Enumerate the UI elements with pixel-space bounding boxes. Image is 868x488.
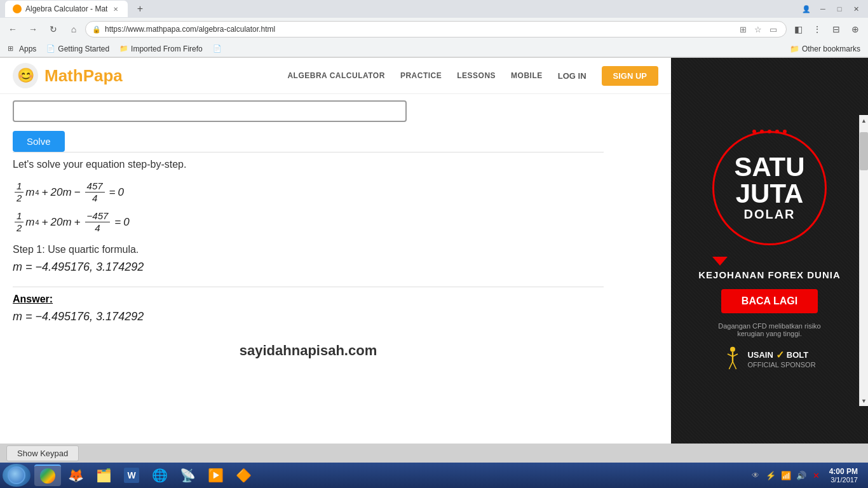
dot-4 bbox=[775, 130, 779, 133]
reader-mode-icon[interactable]: ⊞ bbox=[736, 23, 749, 36]
results-area: Let's solve your equation step-by-step. … bbox=[13, 152, 604, 365]
maximize-button[interactable]: □ bbox=[832, 2, 846, 16]
taskbar-chrome[interactable] bbox=[34, 464, 61, 486]
bolt-text: BOLT bbox=[787, 350, 808, 360]
ad-baca-button[interactable]: BACA LAGI bbox=[721, 289, 818, 313]
taskbar-word[interactable]: W bbox=[118, 464, 145, 486]
nav-mobile[interactable]: MOBILE bbox=[511, 71, 543, 80]
bookmark-apps[interactable]: ⊞ Apps bbox=[5, 43, 39, 55]
word-icon: W bbox=[124, 468, 139, 483]
taskbar-firefox[interactable]: 🦊 bbox=[62, 464, 89, 486]
nav-bar: ← → ↻ ⌂ 🔒 https://www.mathpapa.com/algeb… bbox=[0, 18, 868, 41]
show-keypad-button[interactable]: Show Keypad bbox=[6, 445, 79, 461]
input-row bbox=[13, 100, 604, 122]
bookmark-empty[interactable]: 📄 bbox=[210, 43, 224, 55]
close-button[interactable]: ✕ bbox=[849, 2, 863, 16]
taskbar-wireless[interactable]: 📡 bbox=[174, 464, 201, 486]
usain-text: USAIN bbox=[747, 350, 773, 360]
page-wrapper: 😊 MathPapa ALGEBRA CALCULATOR PRACTICE L… bbox=[0, 58, 868, 444]
forward-button[interactable]: → bbox=[24, 20, 42, 38]
taskbar-media[interactable]: ▶️ bbox=[202, 464, 229, 486]
main-area: 😊 MathPapa ALGEBRA CALCULATOR PRACTICE L… bbox=[0, 58, 671, 444]
firefox-icon: 🦊 bbox=[67, 466, 85, 484]
page-icon-2: 📄 bbox=[213, 44, 222, 53]
window-controls: 👤 ─ □ ✕ bbox=[799, 2, 863, 16]
nav-practice[interactable]: PRACTICE bbox=[400, 71, 442, 80]
bookmark-imported-label: Imported From Firefo bbox=[131, 44, 203, 53]
back-button[interactable]: ← bbox=[4, 20, 22, 38]
chrome-menu-btn[interactable]: ⋮ bbox=[808, 20, 826, 38]
calculator-area: Solve Let's solve your equation step-by-… bbox=[0, 94, 616, 372]
address-bar[interactable]: 🔒 https://www.mathpapa.com/algebra-calcu… bbox=[85, 21, 787, 37]
files-icon: 🗂️ bbox=[95, 466, 112, 484]
reload-button[interactable]: ↻ bbox=[44, 20, 62, 38]
bookmark-imported[interactable]: 📁 Imported From Firefo bbox=[117, 43, 205, 55]
home-button[interactable]: ⌂ bbox=[65, 20, 83, 38]
equals-sym-1: = bbox=[109, 186, 116, 199]
bookmark-getting-started[interactable]: 📄 Getting Started bbox=[44, 43, 112, 55]
bookmark-star-icon[interactable]: ☆ bbox=[752, 23, 764, 36]
scrollbar[interactable]: ▲ ▼ bbox=[859, 115, 868, 406]
dot-2 bbox=[760, 130, 764, 133]
bookmark-apps-label: Apps bbox=[19, 44, 36, 53]
ie-icon: 🌐 bbox=[151, 466, 168, 484]
zero-2: 0 bbox=[123, 216, 129, 229]
scroll-thumb[interactable] bbox=[860, 132, 868, 170]
chrome-icon bbox=[40, 468, 55, 484]
scroll-track[interactable] bbox=[860, 126, 868, 395]
taskbar-files[interactable]: 🗂️ bbox=[90, 464, 117, 486]
ad-circle: SATU JUTA DOLAR bbox=[712, 131, 827, 245]
frac-num-2: 1 bbox=[15, 210, 24, 222]
other-bookmarks[interactable]: 📁 Other bookmarks bbox=[787, 43, 863, 55]
plus-sym-3: + bbox=[74, 216, 81, 229]
url-text: https://www.mathpapa.com/algebra-calcula… bbox=[105, 25, 733, 34]
frac-half-1: 1 2 bbox=[15, 180, 24, 204]
scroll-down-arrow[interactable]: ▼ bbox=[860, 395, 869, 406]
ext-btn-4[interactable]: ⊕ bbox=[846, 20, 864, 38]
new-tab-button[interactable]: + bbox=[133, 2, 147, 16]
tray-icon-5[interactable]: ✕ bbox=[810, 469, 823, 482]
ad-sponsor-area: USAIN ✓ BOLT OFFICIAL SPONSOR bbox=[723, 346, 815, 372]
signup-button[interactable]: SIGN UP bbox=[602, 66, 658, 86]
address-icons: ⊞ ☆ ▭ bbox=[736, 23, 780, 36]
equation-input[interactable] bbox=[13, 100, 407, 122]
svg-point-0 bbox=[730, 346, 735, 351]
bookmarks-bar: ⊞ Apps 📄 Getting Started 📁 Imported From… bbox=[0, 41, 868, 57]
equation-line-2: 1 2 m4 + 20m + −457 4 = 0 bbox=[13, 210, 604, 234]
nav-lessons[interactable]: LESSONS bbox=[457, 71, 496, 80]
intro-text: Let's solve your equation step-by-step. bbox=[13, 159, 604, 170]
dot-1 bbox=[752, 130, 756, 133]
cast-icon[interactable]: ▭ bbox=[767, 23, 780, 36]
taskbar-vlc[interactable]: 🔶 bbox=[230, 464, 257, 486]
power-4-1: 4 bbox=[36, 189, 39, 196]
minimize-button[interactable]: ─ bbox=[816, 2, 830, 16]
tray-icon-4[interactable]: 🔊 bbox=[795, 469, 808, 482]
tab-close-btn[interactable]: ✕ bbox=[111, 4, 120, 13]
vlc-icon: 🔶 bbox=[234, 466, 252, 484]
tray-icon-1[interactable]: 👁 bbox=[749, 469, 762, 482]
nav-algebra-calc[interactable]: ALGEBRA CALCULATOR bbox=[287, 71, 384, 80]
system-clock[interactable]: 4:00 PM 3/1/2017 bbox=[825, 466, 862, 485]
apps-icon: ⊞ bbox=[8, 44, 17, 53]
scroll-up-arrow[interactable]: ▲ bbox=[860, 115, 869, 126]
answer-section: Answer: m = −4.495176, 3.174292 bbox=[13, 287, 604, 323]
solve-button[interactable]: Solve bbox=[13, 131, 65, 152]
minus-sym-1: − bbox=[74, 186, 81, 199]
user-icon[interactable]: 👤 bbox=[799, 2, 813, 16]
login-link[interactable]: LOG IN bbox=[558, 71, 587, 81]
other-bookmarks-label: Other bookmarks bbox=[802, 44, 860, 53]
logo-area[interactable]: 😊 MathPapa bbox=[13, 63, 123, 88]
svg-line-4 bbox=[729, 362, 733, 369]
title-bar: Algebra Calculator - Mat ✕ + 👤 ─ □ ✕ bbox=[0, 0, 868, 18]
ext-btn-3[interactable]: ⊟ bbox=[827, 20, 845, 38]
taskbar-ie[interactable]: 🌐 bbox=[146, 464, 173, 486]
official-sponsor-text: OFFICIAL SPONSOR bbox=[747, 361, 815, 369]
frac-num-neg457: −457 bbox=[85, 210, 111, 222]
tray-icon-3[interactable]: 📶 bbox=[780, 469, 792, 482]
start-button[interactable] bbox=[3, 464, 31, 487]
right-sidebar-ad: SATU JUTA DOLAR KEJOHANAN FOREX DUNIA BA… bbox=[671, 58, 868, 444]
frac-den-4-2: 4 bbox=[93, 222, 102, 234]
ext-btn-1[interactable]: ◧ bbox=[789, 20, 807, 38]
browser-tab[interactable]: Algebra Calculator - Mat ✕ bbox=[5, 1, 128, 17]
tray-icon-2[interactable]: ⚡ bbox=[764, 469, 777, 482]
